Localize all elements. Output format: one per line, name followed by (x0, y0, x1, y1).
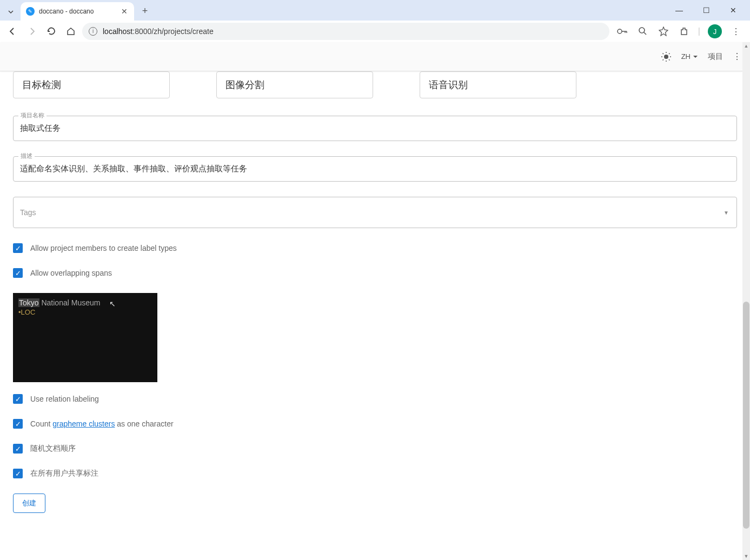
svg-point-0 (618, 29, 622, 34)
scrollbar-down-icon[interactable]: ▼ (742, 552, 750, 560)
browser-menu-icon[interactable]: ⋮ (729, 25, 742, 38)
task-card-speech-recognition[interactable]: 语音识别 (420, 71, 576, 98)
checkbox-icon: ✓ (13, 469, 23, 478)
preview-token-rest: National Museum (39, 298, 101, 307)
scrollbar-up-icon[interactable]: ▲ (742, 42, 750, 50)
app-header: ZH 项目 ⋮ (0, 42, 750, 71)
checkbox-icon: ✓ (13, 268, 23, 278)
maximize-icon[interactable]: ☐ (698, 6, 714, 15)
tags-select[interactable]: Tags ▼ (13, 197, 737, 228)
close-window-icon[interactable]: ✕ (725, 6, 741, 15)
create-button[interactable]: 创建 (13, 494, 45, 513)
checkbox-icon: ✓ (13, 394, 23, 404)
back-button[interactable] (4, 23, 21, 39)
checkbox-icon: ✓ (13, 419, 23, 429)
svg-point-1 (639, 28, 645, 33)
favicon-icon: ✎ (26, 7, 35, 16)
window-controls: — ☐ ✕ (671, 0, 747, 21)
checkbox-grapheme-clusters[interactable]: ✓ Count grapheme clusters as one charact… (13, 419, 737, 429)
checkbox-icon: ✓ (13, 243, 23, 253)
minimize-icon[interactable]: — (671, 6, 687, 15)
scrollbar-thumb[interactable] (743, 302, 749, 529)
project-name-field: 项目名称 (13, 116, 737, 141)
tab-title: doccano - doccano (39, 8, 120, 15)
reload-button[interactable] (43, 23, 59, 39)
new-tab-button[interactable]: + (137, 3, 152, 18)
language-label: ZH (681, 52, 691, 61)
key-icon[interactable] (616, 25, 629, 38)
checkbox-allow-create-labels[interactable]: ✓ Allow project members to create label … (13, 243, 737, 253)
tab-bar: ✎ doccano - doccano ✕ + — ☐ ✕ (0, 0, 750, 21)
chevron-down-icon: ▼ (724, 210, 729, 216)
checkbox-icon: ✓ (13, 444, 23, 454)
svg-line-10 (669, 53, 670, 54)
address-bar: i localhost:8000/zh/projects/create | J … (0, 21, 750, 42)
chevron-down-icon (8, 9, 14, 15)
profile-avatar[interactable]: J (708, 24, 722, 38)
app-menu-icon[interactable]: ⋮ (733, 51, 741, 62)
close-icon[interactable]: ✕ (120, 7, 129, 16)
task-card-image-segmentation[interactable]: 图像分割 (216, 71, 373, 98)
language-selector[interactable]: ZH (681, 52, 698, 61)
grapheme-clusters-link[interactable]: grapheme clusters (52, 419, 115, 428)
extensions-icon[interactable] (678, 25, 691, 38)
chevron-down-icon (693, 54, 698, 59)
browser-chrome: ✎ doccano - doccano ✕ + — ☐ ✕ i localhos… (0, 0, 750, 42)
url-text: localhost:8000/zh/projects/create (103, 27, 214, 36)
svg-line-9 (662, 59, 663, 61)
separator: | (698, 26, 700, 36)
checkbox-label: Allow overlapping spans (30, 269, 112, 277)
browser-tab[interactable]: ✎ doccano - doccano ✕ (21, 2, 134, 21)
description-input[interactable] (13, 156, 737, 182)
site-info-icon[interactable]: i (89, 27, 97, 36)
tabs-dropdown[interactable] (4, 5, 17, 18)
checkbox-overlapping-spans[interactable]: ✓ Allow overlapping spans (13, 268, 737, 278)
bookmark-icon[interactable] (657, 25, 670, 38)
checkbox-share-annotations[interactable]: ✓ 在所有用户共享标注 (13, 469, 737, 478)
checkbox-label: 随机文档顺序 (30, 444, 76, 454)
task-card-object-detection[interactable]: 目标检测 (13, 71, 170, 98)
checkbox-label: 在所有用户共享标注 (30, 469, 98, 478)
toolbar-right: | J ⋮ (613, 24, 746, 38)
preview-label: •LOC (18, 308, 152, 316)
checkbox-relation-labeling[interactable]: ✓ Use relation labeling (13, 394, 737, 404)
tags-placeholder: Tags (20, 208, 36, 217)
projects-link[interactable]: 项目 (708, 52, 723, 62)
checkbox-label: Count grapheme clusters as one character (30, 419, 174, 428)
home-button[interactable] (63, 23, 79, 39)
preview-token-selected: Tokyo (18, 298, 39, 307)
scrollbar[interactable]: ▲ ▼ (742, 42, 750, 560)
tags-field: Tags ▼ (13, 197, 737, 228)
forward-button[interactable] (24, 23, 40, 39)
checkbox-random-order[interactable]: ✓ 随机文档顺序 (13, 444, 737, 454)
home-icon (66, 26, 76, 36)
checkbox-label: Use relation labeling (30, 395, 99, 403)
reload-icon (47, 26, 56, 36)
url-input[interactable]: i localhost:8000/zh/projects/create (82, 23, 609, 40)
task-cards-row: 目标检测 图像分割 语音识别 (13, 71, 737, 98)
svg-point-2 (664, 55, 668, 59)
theme-toggle-icon[interactable] (661, 51, 672, 62)
description-field: 描述 (13, 156, 737, 182)
field-label: 描述 (18, 152, 35, 160)
main-content: 目标检测 图像分割 语音识别 项目名称 描述 Tags ▼ ✓ Allow pr… (0, 71, 750, 560)
svg-line-8 (669, 59, 670, 61)
field-label: 项目名称 (18, 111, 47, 119)
svg-line-7 (662, 53, 663, 54)
checkbox-label: Allow project members to create label ty… (30, 244, 177, 252)
arrow-right-icon (27, 26, 37, 36)
arrow-left-icon (8, 26, 17, 36)
preview-panel: Tokyo National Museum •LOC ↖ (13, 293, 157, 382)
project-name-input[interactable] (13, 116, 737, 141)
zoom-icon[interactable] (636, 25, 649, 38)
preview-text: Tokyo National Museum (18, 298, 152, 307)
